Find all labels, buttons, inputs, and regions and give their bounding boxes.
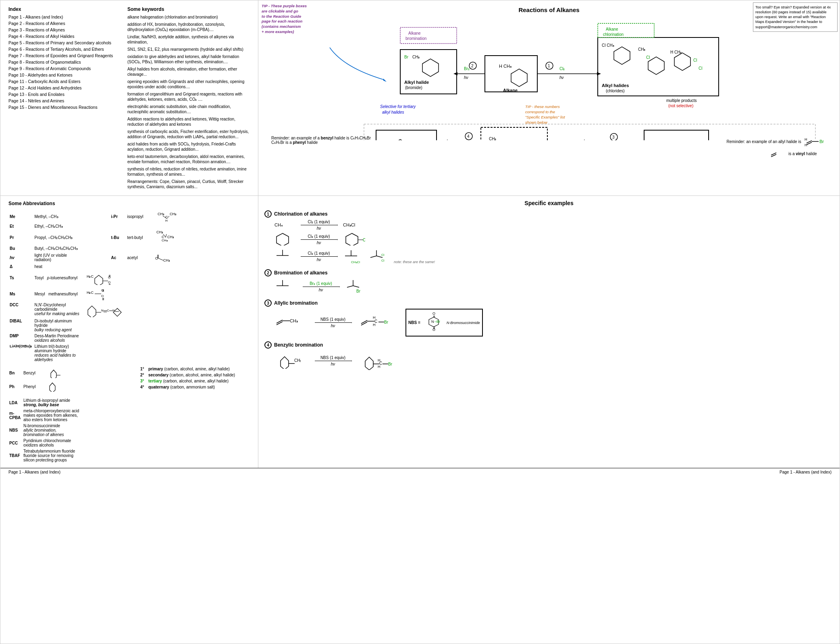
abbrev-hv-symbol: hν xyxy=(8,251,33,264)
abbrev-ms-symbol: Ms xyxy=(8,286,33,302)
abbreviations-title: Some Abbreviations xyxy=(8,201,250,206)
rxn-1c-reactant xyxy=(274,248,295,264)
svg-text:O: O xyxy=(101,289,104,292)
svg-text:CH₃: CH₃ xyxy=(170,212,177,216)
svg-line-176 xyxy=(361,320,367,324)
index-item-2[interactable]: Page 2 - Reactions of Alkenes xyxy=(8,21,117,26)
svg-text:chlorination: chlorination xyxy=(603,32,624,37)
abbrev-dcc-symbol: DCC xyxy=(8,302,33,318)
svg-text:Cl: Cl xyxy=(699,66,702,71)
degrees-table: 1° primary (carbon, alcohol, amine, alky… xyxy=(139,366,236,390)
svg-text:TIP - these numbers: TIP - these numbers xyxy=(525,104,560,109)
svg-text:H₃C: H₃C xyxy=(87,274,94,278)
nbs-box: NBS = O N –Br O xyxy=(405,309,483,337)
nbs-label: NBS = xyxy=(408,320,420,325)
propene-svg: CH₃ xyxy=(274,315,301,329)
abbrev-ph-symbol: Ph xyxy=(8,380,23,393)
index-item-15[interactable]: Page 15 - Dienes and Miscellaneous React… xyxy=(8,105,117,110)
index-item-13[interactable]: Page 13 - Enols and Enolates xyxy=(8,92,117,97)
example-3-header: 3 Allylic bromination xyxy=(264,299,834,307)
index-item-4[interactable]: Page 4 - Reactions of Alkyl Halides xyxy=(8,34,117,39)
page: Index Page 1 - Alkanes (and Index) Page … xyxy=(0,0,840,644)
index-item-12[interactable]: Page 12 - Acid Halides and Anhydrides xyxy=(8,85,117,90)
svg-text:Alkane: Alkane xyxy=(606,27,618,31)
example-3-number: 3 xyxy=(264,299,272,307)
svg-text:H: H xyxy=(373,323,376,327)
svg-line-173 xyxy=(277,322,283,325)
rxn-4a-arrow: NBS (1 equiv) → hν xyxy=(307,355,359,366)
svg-text:H: H xyxy=(805,143,807,147)
svg-text:4: 4 xyxy=(467,134,470,139)
tip-line3: to the Reaction Guide xyxy=(262,14,301,19)
index-item-14[interactable]: Page 14 - Nitriles and Amines xyxy=(8,98,117,103)
svg-text:hν: hν xyxy=(447,139,451,140)
abbrev-lialh-name: Lithium tri(t-butoxy) aluminum hydride r… xyxy=(33,343,86,363)
index-item-5[interactable]: Page 5 - Reactions of Primary and Second… xyxy=(8,40,117,45)
index-item-3[interactable]: Page 3 - Reactions of Alkynes xyxy=(8,27,117,32)
svg-text:C: C xyxy=(107,309,109,312)
svg-text:CH₂Cl: CH₂Cl xyxy=(351,260,360,264)
rxn-1a-reactant: CH₄ xyxy=(274,222,295,228)
abbrev-ac-name: acetyl xyxy=(126,251,154,264)
abbrev-ipr-struct: CH₃ C H CH₃ xyxy=(154,210,250,223)
index-item-10[interactable]: Page 10 - Aldehydes and Ketones xyxy=(8,73,117,77)
example-2-title: Bromination of alkanes xyxy=(274,270,328,276)
svg-text:Br: Br xyxy=(384,320,389,324)
svg-text:CH₃: CH₃ xyxy=(158,212,164,216)
abbrev-nbs-name: N-bromosuccinimide allylic bromination,b… xyxy=(23,423,80,438)
degree-3-desc: tertiary (carbon, alcohol, amine, alkyl … xyxy=(148,378,236,384)
svg-text:"Specific Examples" list: "Specific Examples" list xyxy=(525,115,565,119)
isobutane-svg xyxy=(274,248,293,264)
rxn-1c: Cl₂ (1 equiv) → hν CH₂Cl xyxy=(274,248,834,264)
abbrev-row-ts: Ts Tosyl p-toluenesulfonyl H₃C O O xyxy=(8,270,250,286)
rxn-1a-cond-bot: hν xyxy=(317,226,321,231)
index-item-1[interactable]: Page 1 - Alkanes (and Index) xyxy=(8,15,117,19)
abbrev-hv-name: light (UV or visible radiation) xyxy=(33,251,86,264)
index-item-7[interactable]: Page 7 - Reactions of Epoxides and Grign… xyxy=(8,53,117,58)
abbrev-ph-struct xyxy=(47,380,80,393)
index-item-11[interactable]: Page 11 - Carboxylic Acids and Esters xyxy=(8,79,117,84)
svg-text:Alkyl halide: Alkyl halide xyxy=(404,80,429,85)
index-item-8[interactable]: Page 8 - Reactions of Organometallics xyxy=(8,60,117,64)
svg-text:1: 1 xyxy=(548,64,550,68)
footer: Page 1 - Alkanes (and Index) Page 1 - Al… xyxy=(0,468,840,476)
mesyl-structure: H₃C O O xyxy=(86,286,122,301)
index-item-6[interactable]: Page 6 - Reactions of Tertiary Alcohols,… xyxy=(8,47,117,52)
svg-text:Alkane: Alkane xyxy=(503,88,518,93)
abbrev-mcpba-row: m-CPBA meta-chloroperoxybenzoic acid mak… xyxy=(8,408,80,423)
keyword-14: synthesis of nitriles, reduction of nitr… xyxy=(127,166,250,177)
svg-text:CH₃: CH₃ xyxy=(294,358,301,363)
abbrev-tbaf-name: Tetrabutylammonium fluoride fluoride sou… xyxy=(23,448,80,463)
svg-line-172 xyxy=(277,320,283,323)
abbrev-row-dmp: DMP Dess-Martin Periodinane oxidizes alc… xyxy=(8,333,250,343)
index-item-9[interactable]: Page 9 - Reactions of Aromatic Compounds xyxy=(8,66,117,71)
abbrev-pcc-row: PCC Pyridinium chlorochromate oxidizes a… xyxy=(8,438,80,448)
tosyl-structure: H₃C O O xyxy=(86,270,134,285)
example-4-header: 4 Benzylic bromination xyxy=(264,341,834,349)
abbrev-dcc-name: N,N'-Dicyclohexyl carbodiimide useful fo… xyxy=(33,302,86,318)
abbrev-dmp-name: Dess-Martin Periodinane oxidizes alcohol… xyxy=(33,333,86,343)
svg-text:CH₃: CH₃ xyxy=(163,258,170,262)
right-top-panel: TIP - These purple boxes are clickable a… xyxy=(258,0,840,195)
rxn-3a: CH₃ NBS (1 equiv) → hν xyxy=(274,309,834,337)
svg-text:Br: Br xyxy=(819,139,824,144)
example-4-section: 4 Benzylic bromination CH₃ NBS (1 equiv) xyxy=(264,341,834,371)
abbrev-row-bu: Bu Butyl, –CH₂CH₂CH₂CH₃ xyxy=(8,245,250,251)
product-1c-2: Cl Cl xyxy=(368,249,391,264)
tert-butyl-structure: CH₃ C CH₃ CH₃ xyxy=(154,229,177,245)
svg-line-117 xyxy=(158,258,163,260)
abbrev-tbu-name: tert-butyl xyxy=(126,229,154,245)
svg-marker-150 xyxy=(346,233,358,245)
abbrev-bu-symbol: Bu xyxy=(8,245,33,251)
keyword-2: addition of HX, bromination, hydroborati… xyxy=(127,22,250,32)
keyword-4: SN1, SN2, E1, E2, plus rearrangements (h… xyxy=(127,47,250,52)
example-2-header: 2 Bromination of alkanes xyxy=(264,269,834,276)
abbrev-row-et: Et Ethyl, –CH₂CH₃ xyxy=(8,223,250,229)
svg-text:bromination: bromination xyxy=(405,36,426,41)
bottom-section: Some Abbreviations Me Methyl, –CH₃ i-Pr … xyxy=(0,196,840,468)
abbrev-bu-name: Butyl, –CH₂CH₂CH₂CH₃ xyxy=(33,245,86,251)
index-title: Index xyxy=(8,6,117,12)
rxn-3a-reactant: CH₃ xyxy=(274,315,307,330)
tip-purple-box[interactable]: TIP - These purple boxes are clickable a… xyxy=(262,4,330,35)
rxn-4a-arrow-line: → xyxy=(315,361,351,361)
